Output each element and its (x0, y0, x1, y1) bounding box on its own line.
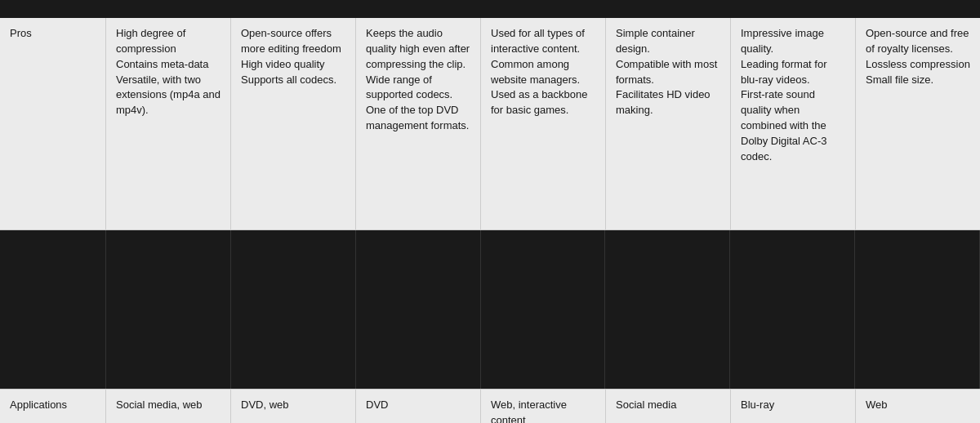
dark-label (0, 230, 106, 389)
pros-mkv: Impressive image quality. Leading format… (731, 18, 856, 229)
dark-row (0, 230, 980, 390)
dark-mp4 (106, 230, 231, 389)
pros-mp4: High degree of compression Contains meta… (106, 18, 231, 229)
apps-swf: Web, interactive content (481, 390, 606, 423)
applications-label: Applications (0, 390, 106, 423)
dark-avi (231, 230, 356, 389)
pros-label: Pros (0, 18, 106, 229)
pros-webm: Open-source and free of royalty licenses… (856, 18, 980, 229)
pros-avi: Open-source offers more editing freedom … (231, 18, 356, 229)
comparison-table: Pros High degree of compression Contains… (0, 18, 980, 423)
apps-mov: DVD (356, 390, 481, 423)
dark-wmv (605, 230, 730, 389)
apps-mp4: Social media, web (106, 390, 231, 423)
pros-swf: Used for all types of interactive conten… (481, 18, 606, 229)
dark-mkv (730, 230, 855, 389)
dark-swf (481, 230, 606, 389)
applications-row: Applications Social media, web DVD, web … (0, 390, 980, 423)
pros-wmv: Simple container design. Compatible with… (606, 18, 731, 229)
apps-wmv: Social media (606, 390, 731, 423)
top-bar (0, 0, 980, 18)
pros-mov: Keeps the audio quality high even after … (356, 18, 481, 229)
dark-mov (356, 230, 481, 389)
dark-webm (855, 230, 980, 389)
pros-row: Pros High degree of compression Contains… (0, 18, 980, 230)
apps-mkv: Blu-ray (731, 390, 856, 423)
apps-avi: DVD, web (231, 390, 356, 423)
apps-webm: Web (856, 390, 980, 423)
